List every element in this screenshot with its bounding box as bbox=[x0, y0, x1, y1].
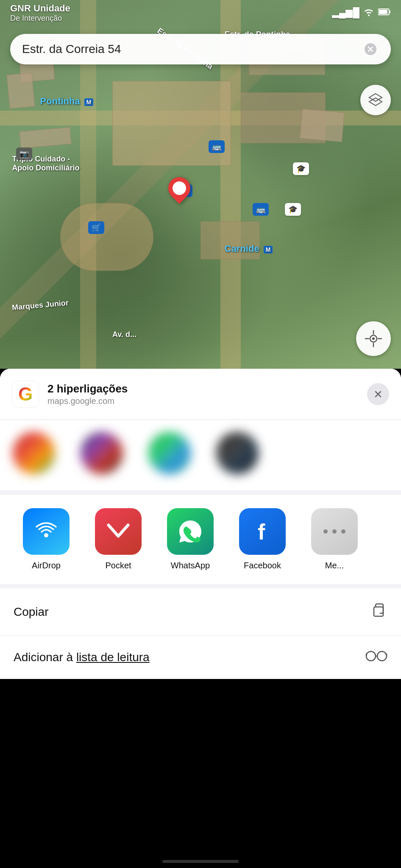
action-rows: Copiar Adicionar à lista de leitura bbox=[0, 588, 401, 679]
contacts-row bbox=[0, 420, 401, 490]
share-sheet: G 2 hiperligações maps.google.com bbox=[0, 369, 401, 679]
reading-list-action[interactable]: Adicionar à lista de leitura bbox=[0, 636, 401, 679]
svg-point-19 bbox=[332, 529, 337, 534]
more-icon bbox=[311, 508, 358, 555]
map-pin bbox=[168, 177, 190, 203]
whatsapp-icon bbox=[167, 508, 214, 555]
more-label: Me... bbox=[325, 561, 344, 570]
svg-rect-1 bbox=[389, 11, 390, 13]
bus-icon-2: 🚌 bbox=[209, 140, 225, 153]
pocket-icon bbox=[95, 508, 142, 555]
svg-point-22 bbox=[366, 651, 376, 661]
google-logo: G bbox=[12, 381, 39, 408]
search-text: Estr. da Correia 54 bbox=[22, 42, 362, 56]
search-bar[interactable]: Estr. da Correia 54 bbox=[10, 34, 391, 64]
map-label-pontinha: Pontinha M bbox=[40, 96, 94, 107]
grad-icon-2: 🎓 bbox=[285, 203, 301, 216]
google-header: G 2 hiperligações maps.google.com bbox=[0, 369, 401, 420]
contact-avatar-1 bbox=[13, 432, 55, 474]
map-container[interactable]: GNR Unidade De Intervenção ▂▄▆█ Estr. da… bbox=[0, 0, 401, 369]
copy-icon bbox=[370, 601, 387, 623]
battery-icon bbox=[378, 8, 391, 18]
share-subtitle: maps.google.com bbox=[47, 396, 128, 406]
svg-point-23 bbox=[377, 651, 387, 661]
share-title: 2 hiperligações bbox=[47, 382, 128, 395]
cart-icon: 🛒 bbox=[88, 221, 104, 234]
status-bar: GNR Unidade De Intervenção ▂▄▆█ bbox=[0, 0, 401, 25]
place-icon: 📷 bbox=[16, 147, 32, 160]
signal-icon: ▂▄▆█ bbox=[332, 7, 359, 18]
contact-item-1[interactable] bbox=[0, 432, 68, 479]
status-icons: ▂▄▆█ bbox=[332, 7, 391, 18]
svg-point-20 bbox=[341, 529, 345, 534]
contact-item-2[interactable] bbox=[68, 432, 136, 479]
map-label-av: Av. d... bbox=[112, 330, 136, 339]
facebook-label: Facebook bbox=[244, 561, 281, 570]
reading-list-label: Adicionar à lista de leitura bbox=[14, 651, 150, 664]
contact-avatar-2 bbox=[81, 432, 123, 474]
whatsapp-label: WhatsApp bbox=[171, 561, 210, 570]
layer-button[interactable] bbox=[360, 85, 391, 115]
wifi-icon bbox=[363, 8, 375, 18]
search-clear-button[interactable] bbox=[362, 41, 379, 58]
app-item-more[interactable]: Me... bbox=[298, 508, 370, 570]
svg-rect-2 bbox=[379, 10, 387, 14]
home-indicator bbox=[162, 860, 239, 863]
reading-list-icon bbox=[365, 648, 387, 666]
location-button[interactable] bbox=[356, 321, 391, 356]
pocket-label: Pocket bbox=[105, 561, 131, 570]
contact-item-3[interactable] bbox=[136, 432, 203, 479]
status-carrier: GNR Unidade De Intervenção bbox=[10, 3, 70, 23]
bus-icon-3: 🚌 bbox=[253, 203, 269, 216]
apps-row: AirDrop Pocket WhatsApp bbox=[0, 490, 401, 584]
google-info: G 2 hiperligações maps.google.com bbox=[12, 381, 128, 408]
copy-action[interactable]: Copiar bbox=[0, 588, 401, 636]
contact-avatar-3 bbox=[148, 432, 191, 474]
contact-item-4[interactable] bbox=[203, 432, 271, 479]
svg-text:f: f bbox=[258, 520, 265, 544]
edu-icon: 🎓 bbox=[293, 162, 309, 175]
contact-avatar-4 bbox=[216, 432, 259, 474]
app-item-airdrop[interactable]: AirDrop bbox=[10, 508, 82, 570]
carrier-name: GNR Unidade bbox=[10, 3, 70, 14]
share-close-button[interactable] bbox=[367, 383, 389, 405]
airdrop-label: AirDrop bbox=[32, 561, 61, 570]
app-item-whatsapp[interactable]: WhatsApp bbox=[154, 508, 226, 570]
app-item-pocket[interactable]: Pocket bbox=[82, 508, 154, 570]
copy-label: Copiar bbox=[14, 605, 48, 619]
svg-point-13 bbox=[372, 337, 375, 340]
svg-point-18 bbox=[323, 529, 328, 534]
carrier-subtitle: De Intervenção bbox=[10, 14, 70, 23]
svg-rect-21 bbox=[374, 607, 383, 616]
svg-point-16 bbox=[44, 533, 48, 537]
google-text: 2 hiperligações maps.google.com bbox=[47, 382, 128, 406]
app-item-facebook[interactable]: f Facebook bbox=[226, 508, 298, 570]
airdrop-icon bbox=[23, 508, 70, 555]
facebook-icon: f bbox=[239, 508, 286, 555]
map-label-carnide: Carnide M bbox=[225, 243, 273, 254]
